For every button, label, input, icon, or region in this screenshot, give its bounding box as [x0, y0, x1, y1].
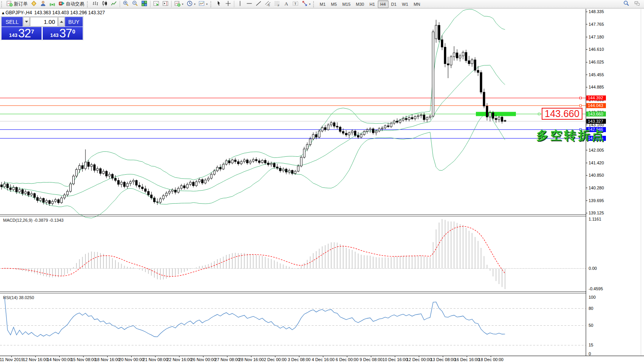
- svg-text:140.850: 140.850: [589, 173, 604, 177]
- channel-icon: E: [265, 0, 271, 8]
- line-chart-button[interactable]: [109, 0, 118, 8]
- svg-text:146.025: 146.025: [589, 60, 604, 64]
- volume-decrease-button[interactable]: [23, 17, 30, 27]
- price-badge: 143.327: [586, 119, 606, 124]
- dropdown-arrow-icon: ▾: [194, 3, 196, 6]
- timeframe-d1-button[interactable]: D1: [389, 0, 399, 8]
- zoom-in-button[interactable]: [121, 0, 130, 8]
- price-annotation-box[interactable]: 143.660: [542, 108, 582, 120]
- triangle-down-icon: [25, 21, 28, 23]
- market-report-button[interactable]: [29, 0, 38, 8]
- line-handle[interactable]: [538, 113, 540, 115]
- volume-increase-button[interactable]: [58, 17, 65, 27]
- svg-text:12 Nov 16:00: 12 Nov 16:00: [23, 357, 48, 362]
- timeframe-h1-button[interactable]: H1: [367, 0, 377, 8]
- price-badge: 144.043: [586, 103, 606, 108]
- timeframe-m15-button[interactable]: M15: [340, 0, 353, 8]
- search-button[interactable]: [622, 0, 631, 8]
- svg-text:11 Nov 2019: 11 Nov 2019: [0, 357, 23, 362]
- macd-indicator-label: MACD(12,26,9) -0.3879 -0.1343: [3, 218, 63, 222]
- template-icon: [199, 0, 205, 8]
- person-icon: [40, 0, 46, 8]
- chart-shift-button[interactable]: [161, 0, 170, 8]
- time-axis[interactable]: 11 Nov 201912 Nov 16:0014 Nov 00:0015 No…: [0, 356, 644, 363]
- equidistant-channel-button[interactable]: E: [263, 0, 272, 8]
- auto-scroll-button[interactable]: [152, 0, 161, 8]
- clock-icon: [187, 0, 193, 8]
- timeframe-mn-button[interactable]: MN: [411, 0, 423, 8]
- svg-text:139.695: 139.695: [589, 198, 604, 203]
- horizontal-line-button[interactable]: [245, 0, 254, 8]
- tile-windows-button[interactable]: [140, 0, 149, 8]
- timeframe-m30-button[interactable]: M30: [353, 0, 367, 8]
- signals-button[interactable]: [48, 0, 57, 8]
- periods-button[interactable]: ▾: [185, 0, 197, 8]
- svg-text:28 Nov 16:00: 28 Nov 16:00: [239, 357, 264, 362]
- zoom-out-button[interactable]: [130, 0, 140, 8]
- buy-price-button[interactable]: 143370: [43, 27, 83, 40]
- line-handle[interactable]: [580, 105, 582, 107]
- chart-canvas[interactable]: 148.335147.765147.180146.610146.025145.4…: [0, 9, 644, 363]
- bar-chart-button[interactable]: [91, 0, 100, 8]
- svg-text:-0.4595: -0.4595: [589, 286, 603, 291]
- timeframe-h4-button[interactable]: H4: [378, 0, 389, 8]
- chart-window[interactable]: 148.335147.765147.180146.610146.025145.4…: [0, 9, 644, 363]
- buy-button[interactable]: BUY: [65, 17, 83, 27]
- indicators-button[interactable]: ▾: [173, 0, 185, 8]
- mt4-window: 新订单自动交易▾▾▾EFAT▾M1M5M15M30H1H4D1W1MN 148.…: [0, 0, 644, 363]
- buy-price-sup: 0: [72, 28, 75, 35]
- dropdown-arrow-icon: ▾: [309, 3, 311, 6]
- one-click-toggle-icon[interactable]: ▲: [2, 11, 4, 15]
- sell-price-big: 32: [18, 28, 30, 39]
- svg-text:143.327: 143.327: [588, 119, 603, 124]
- profile-button[interactable]: [38, 0, 48, 8]
- text-label-button[interactable]: T: [291, 0, 300, 8]
- timeframe-w1-button[interactable]: W1: [399, 0, 411, 8]
- svg-text:13 Dec 08:00: 13 Dec 08:00: [430, 357, 455, 362]
- horizontal-line-icon: [246, 0, 252, 8]
- toolbar-grip: [1, 1, 3, 7]
- one-click-trading-panel: SELL BUY 143327 143370: [1, 16, 83, 40]
- triangle-up-icon: [60, 21, 63, 23]
- timeframe-m5-button[interactable]: M5: [328, 0, 339, 8]
- zoom-out-icon: [132, 0, 138, 8]
- text-button[interactable]: A: [282, 0, 291, 8]
- svg-text:141.420: 141.420: [589, 161, 604, 165]
- chart-shift-icon: [162, 0, 169, 8]
- templates-button[interactable]: ▾: [197, 0, 209, 8]
- svg-text:144.043: 144.043: [588, 103, 603, 108]
- trendline-button[interactable]: [254, 0, 263, 8]
- vertical-line-button[interactable]: [235, 0, 245, 8]
- sell-button[interactable]: SELL: [2, 17, 23, 27]
- tile-windows-icon: [141, 0, 147, 8]
- fibonacci-button[interactable]: F: [272, 0, 282, 8]
- toolbar-separator: [234, 1, 234, 7]
- crosshair-button[interactable]: [224, 0, 233, 8]
- cursor-button[interactable]: [214, 0, 224, 8]
- price-axis[interactable]: 148.335147.765147.180146.610146.025145.4…: [586, 9, 644, 356]
- svg-text:3 Dec 08:00: 3 Dec 08:00: [288, 357, 310, 362]
- rsi-indicator-label: RSI(14) 38.0250: [3, 295, 34, 300]
- new-order-button[interactable]: 新订单: [5, 0, 29, 8]
- symbol-name: GBPJPY-,H4: [5, 10, 32, 15]
- sell-price-button[interactable]: 143327: [2, 27, 42, 40]
- svg-text:4 Dec 16:00: 4 Dec 16:00: [312, 357, 334, 362]
- line-handle[interactable]: [580, 97, 582, 99]
- search-icon: [623, 0, 629, 8]
- svg-text:10 Dec 16:00: 10 Dec 16:00: [382, 357, 407, 362]
- timeframe-m1-button[interactable]: M1: [317, 0, 328, 8]
- toolbar-grip: [87, 1, 89, 7]
- volume-input[interactable]: [30, 17, 58, 27]
- candlestick-chart-button[interactable]: [100, 0, 109, 8]
- dropdown-arrow-icon: ▾: [206, 3, 208, 6]
- svg-text:145.455: 145.455: [589, 72, 604, 77]
- svg-text:147.180: 147.180: [589, 35, 604, 39]
- auto-trading-button[interactable]: 自动交易: [57, 0, 86, 8]
- svg-text:21 Nov 08:00: 21 Nov 08:00: [143, 357, 168, 362]
- arrows-button[interactable]: ▾: [300, 0, 312, 8]
- chat-button[interactable]: [632, 0, 642, 8]
- toolbar-separator: [150, 1, 150, 7]
- vertical-line-icon: [237, 0, 243, 8]
- candlestick-icon: [102, 0, 108, 8]
- turning-point-annotation[interactable]: 多空转折点: [536, 127, 606, 144]
